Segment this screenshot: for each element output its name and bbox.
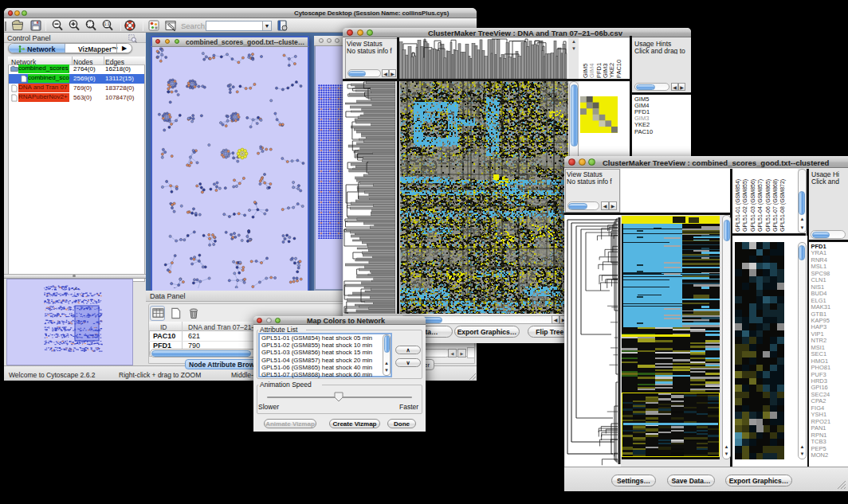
svg-text:1:1: 1:1 xyxy=(104,21,110,26)
